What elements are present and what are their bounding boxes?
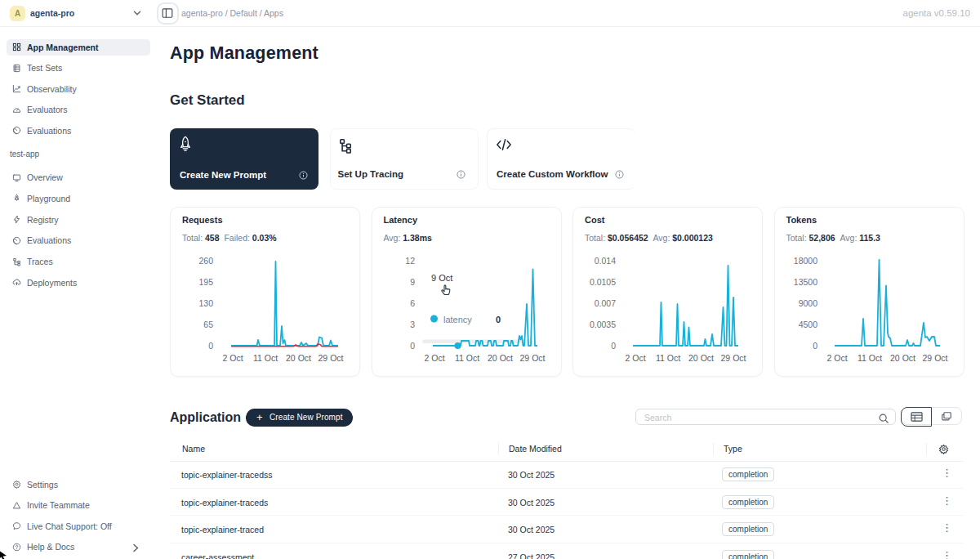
svg-text:0: 0 [496, 315, 501, 324]
svg-text:13500: 13500 [793, 277, 817, 287]
svg-text:0: 0 [813, 341, 817, 351]
svg-text:0.0035: 0.0035 [590, 320, 616, 329]
svg-text:20 Oct: 20 Oct [488, 353, 513, 363]
svg-text:9 Oct: 9 Oct [431, 273, 452, 283]
svg-text:2 Oct: 2 Oct [625, 353, 645, 363]
svg-text:9000: 9000 [798, 298, 817, 308]
svg-text:11 Oct: 11 Oct [857, 353, 881, 363]
svg-text:195: 195 [198, 277, 213, 287]
svg-text:0.007: 0.007 [595, 298, 616, 308]
svg-text:20 Oct: 20 Oct [286, 353, 311, 363]
svg-text:18000: 18000 [793, 256, 817, 266]
svg-text:12: 12 [405, 256, 415, 266]
svg-text:65: 65 [203, 320, 213, 329]
svg-text:130: 130 [198, 298, 213, 308]
svg-text:29 Oct: 29 Oct [318, 353, 344, 363]
svg-text:0: 0 [208, 341, 213, 351]
svg-text:3: 3 [410, 320, 415, 329]
svg-text:20 Oct: 20 Oct [688, 353, 714, 363]
svg-text:29 Oct: 29 Oct [721, 353, 746, 363]
svg-text:2 Oct: 2 Oct [424, 353, 444, 363]
svg-text:29 Oct: 29 Oct [519, 353, 545, 363]
svg-text:6: 6 [410, 298, 415, 308]
svg-text:4500: 4500 [798, 320, 817, 329]
svg-text:11 Oct: 11 Oct [454, 353, 479, 363]
svg-text:20 Oct: 20 Oct [890, 353, 915, 363]
svg-text:9: 9 [410, 277, 415, 287]
svg-text:2 Oct: 2 Oct [826, 353, 847, 363]
svg-text:0.014: 0.014 [595, 256, 616, 266]
svg-text:0: 0 [611, 341, 616, 351]
svg-text:11 Oct: 11 Oct [656, 353, 680, 363]
svg-text:29 Oct: 29 Oct [922, 353, 947, 363]
svg-text:0: 0 [410, 341, 415, 351]
svg-text:0.0105: 0.0105 [590, 277, 616, 287]
svg-text:2 Oct: 2 Oct [222, 353, 243, 363]
svg-text:11 Oct: 11 Oct [253, 353, 278, 363]
svg-text:latency: latency [443, 315, 472, 324]
svg-text:260: 260 [198, 256, 213, 266]
